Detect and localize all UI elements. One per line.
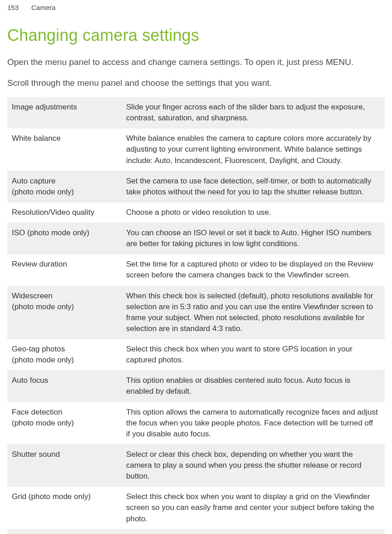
setting-description: Select or clear this check box, dependin…: [122, 444, 385, 486]
setting-sublabel: (photo mode only): [12, 419, 74, 427]
setting-label: Face detection: [12, 408, 63, 416]
setting-description: White balance enables the camera to capt…: [122, 129, 385, 171]
intro-paragraph-2: Scroll through the menu panel and choose…: [7, 77, 385, 89]
setting-label: Geo-tag photos: [12, 345, 65, 353]
setting-description: Select this check box when you want to d…: [122, 487, 385, 529]
setting-sublabel: (photo mode only): [12, 356, 74, 364]
table-row: ISO (photo mode only)You can choose an I…: [7, 223, 385, 254]
setting-description: This option allows the camera to automat…: [122, 402, 385, 444]
setting-label-cell: Resolution/Video quality: [7, 202, 122, 222]
table-row: Record with audio(video mode only)Select…: [7, 529, 385, 534]
setting-description: Set the camera to use face detection, se…: [122, 171, 385, 202]
setting-description: This option enables or disables centered…: [122, 371, 385, 402]
setting-label-cell: Geo-tag photos(photo mode only): [7, 339, 122, 371]
setting-label-cell: Grid (photo mode only): [7, 487, 122, 529]
setting-label: White balance: [12, 134, 61, 143]
page-number: 153: [7, 4, 19, 11]
settings-table: Image adjustmentsSlide your finger acros…: [7, 97, 385, 534]
running-header: 153 Camera: [7, 0, 385, 11]
setting-label-cell: Auto capture(photo mode only): [7, 171, 122, 202]
setting-label-cell: Image adjustments: [7, 97, 122, 129]
setting-label: Shutter sound: [12, 450, 60, 459]
setting-description: Select this check box when you want to s…: [122, 339, 385, 371]
section-name: Camera: [31, 4, 55, 11]
setting-sublabel: (photo mode only): [12, 188, 74, 196]
table-row: Shutter soundSelect or clear this check …: [7, 444, 385, 486]
setting-label-cell: Face detection(photo mode only): [7, 402, 122, 444]
setting-label: Widescreen: [12, 292, 53, 300]
setting-description: Set the time for a captured photo or vid…: [122, 254, 385, 286]
table-row: Auto focusThis option enables or disable…: [7, 371, 385, 402]
setting-label: Auto capture: [12, 177, 55, 185]
table-row: Resolution/Video qualityChoose a photo o…: [7, 202, 385, 222]
setting-label: ISO (photo mode only): [12, 228, 89, 237]
setting-label: Resolution/Video quality: [12, 208, 94, 217]
page: 153 Camera Changing camera settings Open…: [0, 0, 392, 534]
table-row: Face detection(photo mode only)This opti…: [7, 402, 385, 444]
setting-label-cell: Widescreen(photo mode only): [7, 286, 122, 339]
setting-description: Select or clear the check box, depending…: [122, 529, 385, 534]
setting-label: Review duration: [12, 260, 67, 268]
setting-label-cell: Review duration: [7, 254, 122, 286]
table-row: Image adjustmentsSlide your finger acros…: [7, 97, 385, 129]
setting-label-cell: Auto focus: [7, 371, 122, 402]
table-row: Review durationSet the time for a captur…: [7, 254, 385, 286]
table-row: White balanceWhite balance enables the c…: [7, 129, 385, 171]
setting-description: When this check box is selected (default…: [122, 286, 385, 339]
setting-label: Auto focus: [12, 376, 48, 385]
setting-description: Slide your finger across each of the sli…: [122, 97, 385, 129]
table-row: Widescreen(photo mode only)When this che…: [7, 286, 385, 339]
setting-sublabel: (photo mode only): [12, 302, 74, 311]
setting-description: Choose a photo or video resolution to us…: [122, 202, 385, 222]
setting-label-cell: Shutter sound: [7, 444, 122, 486]
table-row: Grid (photo mode only)Select this check …: [7, 487, 385, 529]
page-title: Changing camera settings: [7, 26, 385, 45]
table-row: Auto capture(photo mode only)Set the cam…: [7, 171, 385, 202]
setting-label-cell: Record with audio(video mode only): [7, 529, 122, 534]
setting-label: Image adjustments: [12, 103, 77, 111]
table-row: Geo-tag photos(photo mode only)Select th…: [7, 339, 385, 371]
setting-label: Grid (photo mode only): [12, 492, 91, 501]
setting-description: You can choose an ISO level or set it ba…: [122, 223, 385, 254]
setting-label-cell: ISO (photo mode only): [7, 223, 122, 254]
intro-paragraph-1: Open the menu panel to access and change…: [7, 56, 385, 69]
setting-label-cell: White balance: [7, 129, 122, 171]
